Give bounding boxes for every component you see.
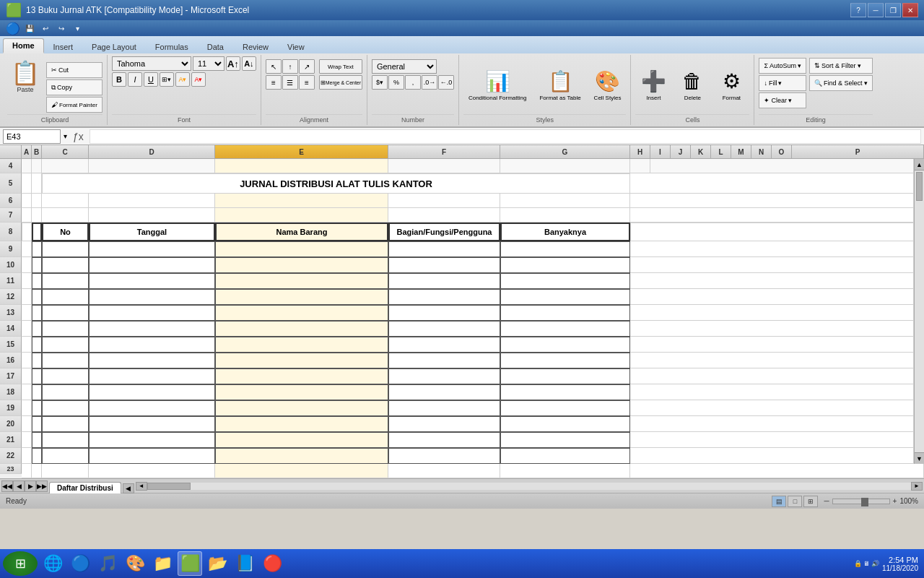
undo-quick-btn[interactable]: ↩ [39, 22, 52, 35]
cell-c11[interactable] [42, 273, 89, 289]
cell-f17[interactable] [388, 368, 500, 384]
align-top-right-btn[interactable]: ↗ [299, 59, 315, 74]
cell-b8[interactable] [32, 223, 42, 241]
wrap-text-btn[interactable]: Wrap Text [319, 59, 362, 74]
cell-rest-14[interactable] [630, 321, 914, 337]
cell-g21[interactable] [500, 432, 630, 448]
cell-b23[interactable] [32, 464, 42, 478]
cell-a16[interactable] [22, 353, 32, 368]
minimize-button[interactable]: ─ [868, 3, 884, 17]
cell-d18[interactable] [89, 384, 215, 400]
align-right-btn[interactable]: ≡ [299, 75, 315, 90]
cell-e21[interactable] [215, 432, 388, 448]
cell-d4[interactable] [89, 159, 215, 173]
cell-b17[interactable] [32, 368, 42, 384]
cell-g18[interactable] [500, 384, 630, 400]
cell-c19[interactable] [42, 400, 89, 416]
h-scroll-track[interactable] [147, 483, 911, 490]
align-top-center-btn[interactable]: ↑ [282, 59, 298, 74]
cell-f18[interactable] [388, 384, 500, 400]
cell-rest-6[interactable] [630, 194, 914, 208]
col-header-b[interactable]: B [32, 145, 42, 158]
cell-title[interactable]: JURNAL DISTRIBUSI ALAT TULIS KANTOR [42, 173, 630, 194]
cell-e4[interactable] [215, 159, 388, 173]
cell-b14[interactable] [32, 321, 42, 337]
page-layout-view-btn[interactable]: □ [788, 496, 802, 507]
cell-d13[interactable] [89, 305, 215, 321]
comma-btn[interactable]: , [405, 75, 421, 90]
cell-e10[interactable] [215, 257, 388, 273]
taskbar-word-icon[interactable]: 📘 [232, 551, 257, 576]
cell-d21[interactable] [89, 432, 215, 448]
col-header-g[interactable]: G [500, 145, 630, 158]
col-header-o[interactable]: O [772, 145, 792, 158]
tab-data[interactable]: Data [198, 40, 233, 53]
cell-g13[interactable] [500, 305, 630, 321]
cell-f8-bagian[interactable]: Bagian/Fungsi/Pengguna [388, 223, 500, 241]
cell-b15[interactable] [32, 337, 42, 353]
cell-rest-5[interactable] [630, 173, 914, 194]
cell-b10[interactable] [32, 257, 42, 273]
cell-e17[interactable] [215, 368, 388, 384]
cell-b22[interactable] [32, 448, 42, 464]
cell-g11[interactable] [500, 273, 630, 289]
cell-c17[interactable] [42, 368, 89, 384]
sheet-scroll-next-btn[interactable]: ▶ [25, 480, 36, 492]
normal-view-btn[interactable]: ▤ [772, 496, 786, 507]
cell-a15[interactable] [22, 337, 32, 353]
cell-b12[interactable] [32, 289, 42, 305]
cell-f6[interactable] [388, 194, 500, 208]
cell-f23[interactable] [388, 464, 500, 478]
format-painter-button[interactable]: 🖌 Format Painter [46, 97, 103, 113]
cell-e22[interactable] [215, 448, 388, 464]
copy-button[interactable]: ⧉ Copy [46, 79, 103, 95]
col-header-m[interactable]: M [731, 145, 751, 158]
cell-d14[interactable] [89, 321, 215, 337]
cell-d16[interactable] [89, 353, 215, 368]
cell-d20[interactable] [89, 416, 215, 432]
col-header-n[interactable]: N [751, 145, 772, 158]
cell-f11[interactable] [388, 273, 500, 289]
cell-f21[interactable] [388, 432, 500, 448]
tab-formulas[interactable]: Formulas [146, 40, 198, 53]
cell-c9[interactable] [42, 241, 89, 257]
cell-rest-19[interactable] [630, 400, 914, 416]
cell-f10[interactable] [388, 257, 500, 273]
cell-d19[interactable] [89, 400, 215, 416]
cell-b11[interactable] [32, 273, 42, 289]
col-header-k[interactable]: K [691, 145, 711, 158]
office-orb[interactable]: 🔵 [6, 22, 20, 35]
taskbar-opera-icon[interactable]: 🔴 [260, 551, 284, 576]
find-select-button[interactable]: 🔍 Find & Select ▾ [809, 75, 873, 91]
zoom-out-btn[interactable]: ─ [824, 497, 829, 505]
cell-g9[interactable] [500, 241, 630, 257]
cell-d17[interactable] [89, 368, 215, 384]
cell-c10[interactable] [42, 257, 89, 273]
cell-a17[interactable] [22, 368, 32, 384]
autosum-button[interactable]: Σ AutoSum ▾ [759, 58, 806, 74]
cell-styles-button[interactable]: 🎨 Cell Styles [589, 58, 627, 113]
cell-c15[interactable] [42, 337, 89, 353]
cell-c7[interactable] [42, 208, 89, 223]
col-header-p[interactable]: P [792, 145, 924, 158]
cell-g14[interactable] [500, 321, 630, 337]
col-header-a[interactable]: A [22, 145, 32, 158]
cell-f15[interactable] [388, 337, 500, 353]
cell-a22[interactable] [22, 448, 32, 464]
tab-view[interactable]: View [278, 40, 314, 53]
col-header-d[interactable]: D [89, 145, 215, 158]
cell-rest-18[interactable] [630, 384, 914, 400]
cell-g17[interactable] [500, 368, 630, 384]
cell-b19[interactable] [32, 400, 42, 416]
cell-e20[interactable] [215, 416, 388, 432]
cell-c6[interactable] [42, 194, 89, 208]
close-button[interactable]: ✕ [902, 3, 918, 17]
cell-c16[interactable] [42, 353, 89, 368]
col-header-l[interactable]: L [711, 145, 731, 158]
cell-f20[interactable] [388, 416, 500, 432]
cell-a8[interactable] [22, 223, 32, 241]
col-header-c[interactable]: C [42, 145, 89, 158]
col-header-f[interactable]: F [388, 145, 500, 158]
cell-g15[interactable] [500, 337, 630, 353]
cell-e15[interactable] [215, 337, 388, 353]
